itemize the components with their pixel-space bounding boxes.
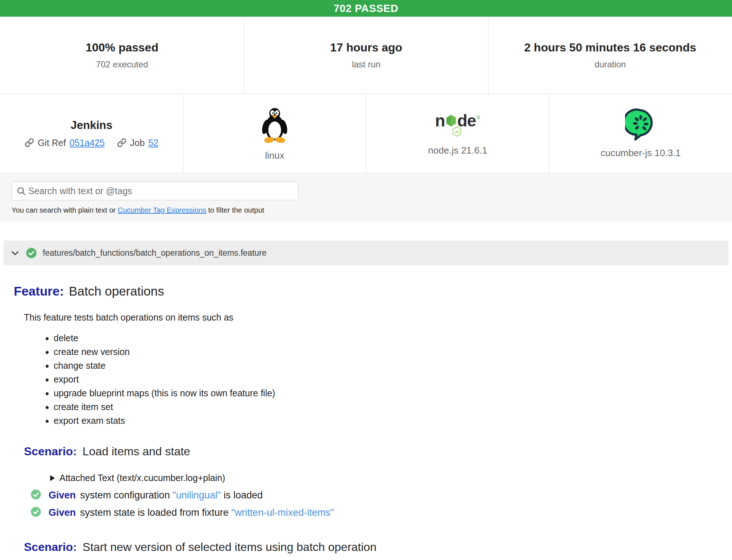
- step-text-pre: system state is loaded from fixture: [80, 507, 231, 518]
- step-keyword: Given: [49, 490, 76, 501]
- node-wordmark-n: n: [435, 111, 445, 130]
- feature-description-list: delete create new version change state e…: [24, 333, 718, 426]
- link-icon: [25, 138, 34, 147]
- git-ref-label: Git Ref: [38, 138, 66, 148]
- scenario-name: Load items and state: [83, 445, 190, 458]
- step-passed-check-icon: [30, 506, 41, 517]
- step-param: "written-ul-mixed-items": [231, 507, 334, 518]
- attachment-label: Attached Text (text/x.cucumber.log+plain…: [59, 473, 225, 483]
- list-item: create new version: [54, 347, 718, 357]
- status-banner: 702 PASSED: [0, 0, 732, 17]
- stat-duration: 2 hours 50 minutes 16 seconds duration: [488, 17, 732, 93]
- node-js-badge-icon: JS: [452, 126, 462, 138]
- node-trademark-dot-icon: [477, 116, 480, 119]
- stat-passed: 100% passed 702 executed: [0, 17, 244, 93]
- stat-last-run-value: 17 hours ago: [330, 41, 402, 54]
- svg-text:JS: JS: [455, 129, 459, 133]
- git-ref-link[interactable]: 051a425: [70, 138, 105, 148]
- tux-penguin-icon: [259, 106, 291, 144]
- list-item: delete: [54, 333, 718, 343]
- attachment-toggle[interactable]: Attached Text (text/x.cucumber.log+plain…: [50, 473, 718, 483]
- feature-keyword: Feature:: [14, 284, 64, 298]
- chevron-down-icon: [10, 248, 20, 258]
- feature-description: This feature tests batch operations on i…: [24, 312, 718, 323]
- feature-content: Feature:Batch operations This feature te…: [0, 265, 732, 560]
- list-item: change state: [54, 360, 718, 371]
- feature-file-path: features/batch_functions/batch_operation…: [43, 248, 267, 258]
- list-item: export exam stats: [54, 415, 718, 426]
- feature-title: Feature:Batch operations: [14, 284, 718, 298]
- step-row: Givensystem state is loaded from fixture…: [30, 506, 718, 519]
- stat-duration-value: 2 hours 50 minutes 16 seconds: [524, 41, 696, 54]
- cucumber-tag-expressions-link[interactable]: Cucumber Tag Expressions: [118, 206, 206, 214]
- scenario-title: Scenario:Start new version of selected i…: [24, 540, 718, 554]
- list-item: create item set: [54, 402, 718, 412]
- ci-name: Jenkins: [71, 119, 112, 132]
- stat-last-run-label: last run: [352, 59, 380, 70]
- steps-list: Givensystem configuration "unilingual" i…: [24, 489, 718, 519]
- runtime-label: node.js 21.6.1: [428, 145, 487, 156]
- list-item: upgrade blueprint maps (this is now its …: [54, 388, 718, 398]
- scenario-keyword: Scenario:: [24, 445, 77, 458]
- feature-file-accordion[interactable]: features/batch_functions/batch_operation…: [4, 241, 728, 265]
- search-input[interactable]: [28, 186, 294, 196]
- job-group: Job 52: [117, 138, 158, 148]
- spacer: [0, 222, 732, 241]
- step-text-post: is loaded: [221, 490, 263, 501]
- status-banner-text: 702 PASSED: [334, 3, 399, 14]
- search-help-prefix: You can search with plain text or: [12, 206, 118, 214]
- job-label: Job: [130, 138, 145, 148]
- meta-row: Jenkins Git Ref 051a425 Job 52: [0, 93, 732, 173]
- ci-cell: Jenkins Git Ref 051a425 Job 52: [0, 94, 183, 173]
- tool-label: cucumber-js 10.3.1: [600, 147, 681, 159]
- feature-name: Batch operations: [69, 284, 164, 298]
- scenario-name: Start new version of selected items usin…: [83, 540, 377, 553]
- runtime-cell: n de JS node.js 21.6.1: [366, 94, 549, 173]
- os-cell: linux: [183, 94, 366, 173]
- stat-duration-label: duration: [594, 59, 626, 70]
- link-icon: [117, 138, 126, 147]
- step-passed-check-icon: [30, 489, 41, 500]
- search-help: You can search with plain text or Cucumb…: [12, 206, 720, 214]
- stat-passed-value: 100% passed: [86, 41, 158, 54]
- step-keyword: Given: [49, 507, 76, 518]
- step-text-pre: system configuration: [80, 490, 172, 501]
- git-ref-group: Git Ref 051a425: [25, 138, 105, 148]
- check-circle-icon: [26, 247, 37, 259]
- step-row: Givensystem configuration "unilingual" i…: [30, 489, 718, 501]
- disclosure-triangle-icon: [50, 475, 55, 481]
- search-icon: [16, 186, 26, 196]
- search-box[interactable]: [12, 181, 299, 200]
- search-help-suffix: to filter the output: [206, 206, 264, 214]
- job-link[interactable]: 52: [148, 138, 158, 148]
- stats-row: 100% passed 702 executed 17 hours ago la…: [0, 17, 732, 93]
- list-item: export: [54, 374, 718, 385]
- os-label: linux: [265, 150, 284, 161]
- step-param: "unilingual": [172, 490, 221, 501]
- stat-last-run: 17 hours ago last run: [244, 17, 488, 93]
- scenario-keyword: Scenario:: [24, 540, 77, 553]
- nodejs-icon: n de JS: [435, 111, 481, 139]
- stat-passed-label: 702 executed: [96, 59, 148, 70]
- tool-cell: cucumber-js 10.3.1: [549, 94, 732, 173]
- scenario-title: Scenario:Load items and state: [24, 445, 718, 458]
- node-hexagon-icon: [446, 114, 457, 127]
- cucumber-icon: [625, 108, 656, 142]
- search-section: You can search with plain text or Cucumb…: [0, 173, 732, 222]
